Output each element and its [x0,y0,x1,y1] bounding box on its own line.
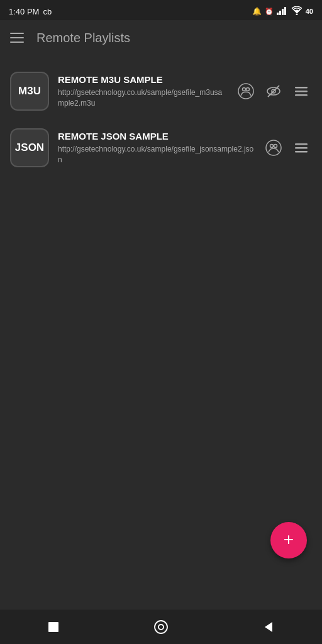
svg-point-5 [238,84,253,99]
playlist-name-json: REMOTE JSON SAMPLE [58,131,254,142]
svg-rect-18 [295,147,308,149]
alarm-icon: 🔔 [252,7,262,16]
svg-point-15 [270,145,274,148]
svg-rect-20 [48,622,58,632]
page-title: Remote Playlists [36,31,130,45]
status-time: 1:40 PM [9,7,39,16]
playlist-url-m3u: http://gsetechnology.co.uk/sample/gsefil… [58,87,226,109]
bottom-navigation [0,609,322,644]
playlist-name-m3u: REMOTE M3U SAMPLE [58,74,226,85]
signal-icon [277,7,288,16]
status-bar: 1:40 PM cb 🔔 ⏰ 40 [0,0,322,20]
more-menu-button-json[interactable] [291,137,312,158]
nav-home-button[interactable] [142,614,180,640]
plus-icon: + [284,531,294,548]
battery-icon: 40 [306,8,313,15]
svg-point-21 [155,621,167,633]
visibility-button-m3u[interactable] [263,80,284,102]
playlist-actions-m3u [235,80,312,102]
playlist-url-json: http://gsetechnology.co.uk/sample/gsefil… [58,144,254,165]
add-playlist-button[interactable]: + [270,522,307,558]
clock-icon: ⏰ [265,8,274,16]
svg-rect-0 [277,13,279,15]
status-left: 1:40 PM cb [9,7,52,16]
playlist-info-json: REMOTE JSON SAMPLE http://gsetechnology.… [58,131,254,165]
more-menu-button-m3u[interactable] [291,80,312,102]
status-carrier: cb [43,7,52,16]
list-item: M3U REMOTE M3U SAMPLE http://gsetechnolo… [0,63,322,119]
svg-point-7 [247,88,250,91]
svg-point-22 [158,625,164,630]
svg-rect-1 [279,11,281,15]
svg-rect-19 [295,151,308,153]
svg-rect-11 [295,87,308,89]
svg-point-16 [274,145,277,148]
svg-rect-12 [295,91,308,92]
svg-marker-23 [265,622,272,632]
share-button-m3u[interactable] [235,80,257,102]
share-button-json[interactable] [263,137,284,158]
fab-container: + [0,522,322,558]
svg-point-4 [296,13,297,15]
status-right: 🔔 ⏰ 40 [252,6,313,17]
svg-rect-17 [295,143,308,145]
nav-recent-button[interactable] [35,614,72,640]
svg-rect-13 [295,94,308,96]
playlist-actions-json [263,137,312,158]
svg-point-6 [243,88,246,91]
svg-rect-2 [282,9,284,15]
playlist-list: M3U REMOTE M3U SAMPLE http://gsetechnolo… [0,55,322,353]
hamburger-menu-button[interactable] [10,33,24,43]
list-item: JSON REMOTE JSON SAMPLE http://gsetechno… [0,119,322,176]
m3u-icon: M3U [10,72,49,111]
json-icon: JSON [10,128,49,167]
svg-rect-3 [284,7,286,15]
nav-back-button[interactable] [250,614,287,640]
svg-point-14 [266,140,281,155]
wifi-icon [291,6,303,17]
playlist-info-m3u: REMOTE M3U SAMPLE http://gsetechnology.c… [58,74,226,109]
toolbar: Remote Playlists [0,20,322,55]
